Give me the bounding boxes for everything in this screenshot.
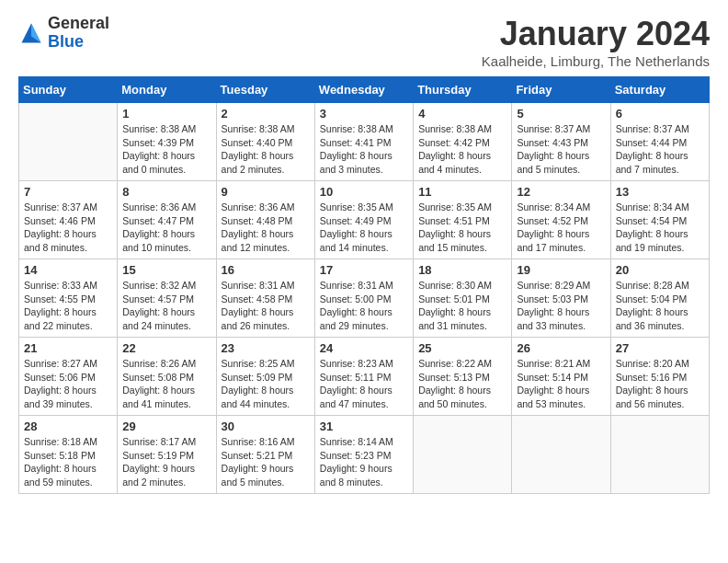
day-info: Sunrise: 8:17 AMSunset: 5:19 PMDaylight:… xyxy=(122,435,210,489)
calendar-cell: 21Sunrise: 8:27 AMSunset: 5:06 PMDayligh… xyxy=(19,338,118,416)
day-number: 28 xyxy=(24,419,112,433)
day-number: 16 xyxy=(222,263,310,277)
calendar-cell xyxy=(512,416,610,494)
weekday-header-tuesday: Tuesday xyxy=(216,77,314,103)
weekday-header-friday: Friday xyxy=(512,77,610,103)
calendar-cell: 28Sunrise: 8:18 AMSunset: 5:18 PMDayligh… xyxy=(19,416,118,494)
day-number: 11 xyxy=(418,185,506,199)
day-number: 30 xyxy=(222,419,310,433)
calendar-cell: 22Sunrise: 8:26 AMSunset: 5:08 PMDayligh… xyxy=(118,338,216,416)
day-number: 20 xyxy=(616,263,704,277)
day-number: 21 xyxy=(24,341,112,355)
location-subtitle: Kaalheide, Limburg, The Netherlands xyxy=(482,53,710,69)
day-info: Sunrise: 8:14 AMSunset: 5:23 PMDaylight:… xyxy=(320,435,408,489)
calendar-table: SundayMondayTuesdayWednesdayThursdayFrid… xyxy=(18,76,710,494)
day-info: Sunrise: 8:28 AMSunset: 5:04 PMDaylight:… xyxy=(616,279,704,333)
day-number: 26 xyxy=(517,341,605,355)
day-number: 10 xyxy=(320,185,408,199)
day-info: Sunrise: 8:18 AMSunset: 5:18 PMDaylight:… xyxy=(24,435,112,489)
day-info: Sunrise: 8:22 AMSunset: 5:13 PMDaylight:… xyxy=(418,357,506,411)
calendar-cell: 5Sunrise: 8:37 AMSunset: 4:43 PMDaylight… xyxy=(512,103,610,181)
calendar-cell: 26Sunrise: 8:21 AMSunset: 5:14 PMDayligh… xyxy=(512,338,610,416)
day-number: 23 xyxy=(222,341,310,355)
day-number: 2 xyxy=(222,107,310,121)
day-number: 31 xyxy=(320,419,408,433)
calendar-cell: 13Sunrise: 8:34 AMSunset: 4:54 PMDayligh… xyxy=(610,181,709,259)
day-number: 25 xyxy=(418,341,506,355)
day-number: 7 xyxy=(24,185,112,199)
day-info: Sunrise: 8:29 AMSunset: 5:03 PMDaylight:… xyxy=(517,279,605,333)
calendar-cell: 19Sunrise: 8:29 AMSunset: 5:03 PMDayligh… xyxy=(512,259,610,338)
week-row-3: 14Sunrise: 8:33 AMSunset: 4:55 PMDayligh… xyxy=(19,259,710,338)
day-number: 19 xyxy=(517,263,605,277)
weekday-header-wednesday: Wednesday xyxy=(314,77,413,103)
logo-text-blue: Blue xyxy=(48,33,109,52)
day-info: Sunrise: 8:21 AMSunset: 5:14 PMDaylight:… xyxy=(517,357,605,411)
day-info: Sunrise: 8:23 AMSunset: 5:11 PMDaylight:… xyxy=(320,357,408,411)
calendar-cell: 7Sunrise: 8:37 AMSunset: 4:46 PMDaylight… xyxy=(19,181,118,259)
week-row-1: 1Sunrise: 8:38 AMSunset: 4:39 PMDaylight… xyxy=(19,103,710,181)
calendar-cell: 31Sunrise: 8:14 AMSunset: 5:23 PMDayligh… xyxy=(314,416,413,494)
calendar-cell: 11Sunrise: 8:35 AMSunset: 4:51 PMDayligh… xyxy=(414,181,512,259)
weekday-header-monday: Monday xyxy=(118,77,216,103)
calendar-cell: 15Sunrise: 8:32 AMSunset: 4:57 PMDayligh… xyxy=(118,259,216,338)
day-info: Sunrise: 8:38 AMSunset: 4:39 PMDaylight:… xyxy=(122,122,210,177)
calendar-cell xyxy=(19,103,118,181)
week-row-4: 21Sunrise: 8:27 AMSunset: 5:06 PMDayligh… xyxy=(19,338,710,416)
day-info: Sunrise: 8:35 AMSunset: 4:49 PMDaylight:… xyxy=(320,201,408,255)
day-info: Sunrise: 8:20 AMSunset: 5:16 PMDaylight:… xyxy=(616,357,704,411)
weekday-header-sunday: Sunday xyxy=(19,77,118,103)
calendar-cell: 25Sunrise: 8:22 AMSunset: 5:13 PMDayligh… xyxy=(414,338,512,416)
week-row-2: 7Sunrise: 8:37 AMSunset: 4:46 PMDaylight… xyxy=(19,181,710,259)
day-info: Sunrise: 8:31 AMSunset: 5:00 PMDaylight:… xyxy=(320,279,408,333)
day-number: 8 xyxy=(122,185,210,199)
weekday-header-thursday: Thursday xyxy=(414,77,512,103)
calendar-cell: 9Sunrise: 8:36 AMSunset: 4:48 PMDaylight… xyxy=(216,181,314,259)
calendar-cell: 10Sunrise: 8:35 AMSunset: 4:49 PMDayligh… xyxy=(314,181,413,259)
day-number: 9 xyxy=(222,185,310,199)
day-info: Sunrise: 8:36 AMSunset: 4:48 PMDaylight:… xyxy=(222,201,310,255)
day-info: Sunrise: 8:36 AMSunset: 4:47 PMDaylight:… xyxy=(122,201,210,255)
day-number: 27 xyxy=(616,341,704,355)
day-info: Sunrise: 8:26 AMSunset: 5:08 PMDaylight:… xyxy=(122,357,210,411)
day-info: Sunrise: 8:25 AMSunset: 5:09 PMDaylight:… xyxy=(222,357,310,411)
calendar-cell: 4Sunrise: 8:38 AMSunset: 4:42 PMDaylight… xyxy=(414,103,512,181)
logo-text-general: General xyxy=(48,15,109,33)
calendar-cell: 30Sunrise: 8:16 AMSunset: 5:21 PMDayligh… xyxy=(216,416,314,494)
title-section: January 2024 Kaalheide, Limburg, The Net… xyxy=(482,15,710,69)
calendar-cell: 16Sunrise: 8:31 AMSunset: 4:58 PMDayligh… xyxy=(216,259,314,338)
calendar-cell: 23Sunrise: 8:25 AMSunset: 5:09 PMDayligh… xyxy=(216,338,314,416)
weekday-header-saturday: Saturday xyxy=(610,77,709,103)
day-number: 18 xyxy=(418,263,506,277)
logo-icon xyxy=(18,20,44,46)
page-header: General Blue January 2024 Kaalheide, Lim… xyxy=(18,15,710,69)
calendar-cell: 24Sunrise: 8:23 AMSunset: 5:11 PMDayligh… xyxy=(314,338,413,416)
day-info: Sunrise: 8:38 AMSunset: 4:40 PMDaylight:… xyxy=(222,122,310,177)
day-number: 14 xyxy=(24,263,112,277)
day-number: 17 xyxy=(320,263,408,277)
calendar-cell: 8Sunrise: 8:36 AMSunset: 4:47 PMDaylight… xyxy=(118,181,216,259)
day-info: Sunrise: 8:32 AMSunset: 4:57 PMDaylight:… xyxy=(122,279,210,333)
week-row-5: 28Sunrise: 8:18 AMSunset: 5:18 PMDayligh… xyxy=(19,416,710,494)
day-info: Sunrise: 8:38 AMSunset: 4:41 PMDaylight:… xyxy=(320,122,408,177)
day-number: 15 xyxy=(122,263,210,277)
day-info: Sunrise: 8:38 AMSunset: 4:42 PMDaylight:… xyxy=(418,122,506,177)
weekday-header-row: SundayMondayTuesdayWednesdayThursdayFrid… xyxy=(19,77,710,103)
calendar-cell: 27Sunrise: 8:20 AMSunset: 5:16 PMDayligh… xyxy=(610,338,709,416)
day-info: Sunrise: 8:34 AMSunset: 4:52 PMDaylight:… xyxy=(517,201,605,255)
calendar-cell: 29Sunrise: 8:17 AMSunset: 5:19 PMDayligh… xyxy=(118,416,216,494)
calendar-cell: 14Sunrise: 8:33 AMSunset: 4:55 PMDayligh… xyxy=(19,259,118,338)
calendar-cell: 17Sunrise: 8:31 AMSunset: 5:00 PMDayligh… xyxy=(314,259,413,338)
calendar-cell: 6Sunrise: 8:37 AMSunset: 4:44 PMDaylight… xyxy=(610,103,709,181)
calendar-cell: 18Sunrise: 8:30 AMSunset: 5:01 PMDayligh… xyxy=(414,259,512,338)
day-number: 3 xyxy=(320,107,408,121)
day-info: Sunrise: 8:33 AMSunset: 4:55 PMDaylight:… xyxy=(24,279,112,333)
day-info: Sunrise: 8:37 AMSunset: 4:43 PMDaylight:… xyxy=(517,122,605,177)
day-number: 22 xyxy=(122,341,210,355)
day-number: 24 xyxy=(320,341,408,355)
day-info: Sunrise: 8:37 AMSunset: 4:46 PMDaylight:… xyxy=(24,201,112,255)
day-info: Sunrise: 8:34 AMSunset: 4:54 PMDaylight:… xyxy=(616,201,704,255)
day-info: Sunrise: 8:37 AMSunset: 4:44 PMDaylight:… xyxy=(616,122,704,177)
logo: General Blue xyxy=(18,15,109,52)
calendar-cell: 1Sunrise: 8:38 AMSunset: 4:39 PMDaylight… xyxy=(118,103,216,181)
